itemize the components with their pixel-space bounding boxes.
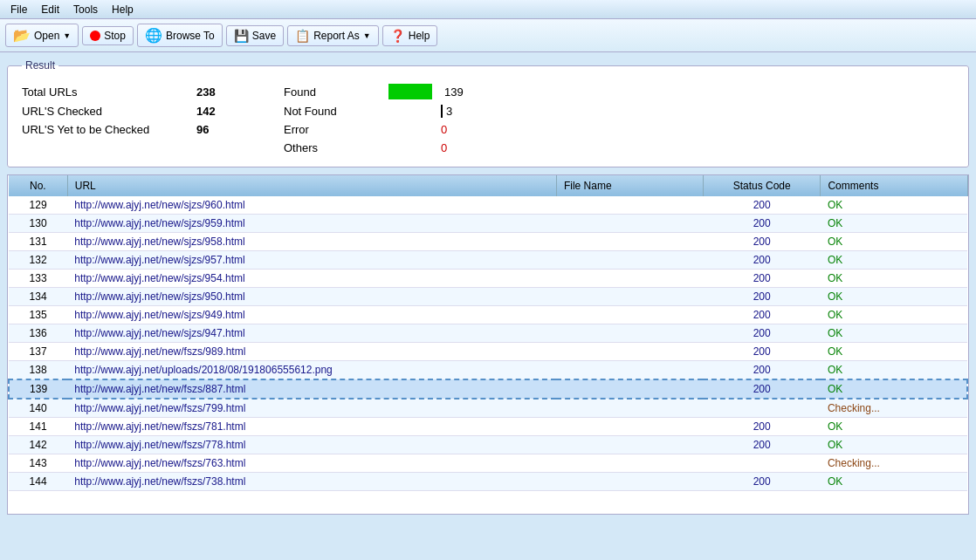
cell-filename — [556, 215, 703, 233]
cell-url[interactable]: http://www.ajyj.net/new/sjzs/947.html — [67, 324, 556, 343]
cell-comment: OK — [821, 196, 967, 215]
others-value: 0 — [441, 141, 546, 154]
table-row[interactable]: 140 http://www.ajyj.net/new/fszs/799.htm… — [9, 399, 967, 418]
cell-comment: Checking... — [821, 454, 967, 473]
col-header-filename: File Name — [556, 175, 703, 196]
cell-filename — [556, 399, 703, 418]
table-header-row: No. URL File Name Status Code Comments — [9, 175, 967, 196]
table-row[interactable]: 144 http://www.ajyj.net/new/fszs/738.htm… — [9, 473, 967, 491]
cell-url[interactable]: http://www.ajyj.net/new/sjzs/957.html — [67, 251, 556, 270]
cell-url[interactable]: http://www.ajyj.net/new/sjzs/949.html — [67, 306, 556, 324]
cell-comment: Checking... — [821, 399, 967, 418]
cell-url[interactable]: http://www.ajyj.net/new/fszs/763.html — [67, 454, 556, 473]
table-row[interactable]: 139 http://www.ajyj.net/new/fszs/887.htm… — [9, 379, 967, 399]
error-label: Error — [284, 123, 388, 136]
not-found-value: 3 — [441, 105, 546, 118]
table-row[interactable]: 141 http://www.ajyj.net/new/fszs/781.htm… — [9, 418, 967, 436]
cell-status: 200 — [703, 196, 820, 215]
table-row[interactable]: 129 http://www.ajyj.net/new/sjzs/960.htm… — [9, 196, 967, 215]
cell-no: 133 — [9, 270, 67, 288]
help-button[interactable]: ❓ Help — [382, 25, 438, 46]
cell-url[interactable]: http://www.ajyj.net/new/fszs/887.html — [67, 379, 556, 399]
cell-no: 131 — [9, 233, 67, 251]
cell-filename — [556, 418, 703, 436]
urls-checked-value: 142 — [196, 105, 284, 118]
result-section: Result Total URLs 238 Found 139 URL'S Ch… — [7, 59, 969, 167]
cell-status: 200 — [703, 379, 820, 399]
cell-url[interactable]: http://www.ajyj.net/new/sjzs/960.html — [67, 196, 556, 215]
cell-url[interactable]: http://www.ajyj.net/new/fszs/738.html — [67, 473, 556, 491]
save-button[interactable]: 💾 Save — [226, 25, 284, 46]
cell-url[interactable]: http://www.ajyj.net/new/fszs/781.html — [67, 418, 556, 436]
cell-status: 200 — [703, 343, 820, 361]
menu-help[interactable]: Help — [105, 2, 141, 17]
cell-filename — [556, 233, 703, 251]
table-row[interactable]: 134 http://www.ajyj.net/new/sjzs/950.htm… — [9, 288, 967, 306]
cell-comment: OK — [821, 473, 967, 491]
table-row[interactable]: 131 http://www.ajyj.net/new/sjzs/958.htm… — [9, 233, 967, 251]
menu-tools[interactable]: Tools — [66, 2, 105, 17]
cell-no: 142 — [9, 436, 67, 454]
cell-url[interactable]: http://www.ajyj.net/new/sjzs/958.html — [67, 233, 556, 251]
table-row[interactable]: 143 http://www.ajyj.net/new/fszs/763.htm… — [9, 454, 967, 473]
cell-url[interactable]: http://www.ajyj.net/new/sjzs/954.html — [67, 270, 556, 288]
found-count: 139 — [444, 85, 546, 99]
cell-filename — [556, 306, 703, 324]
cell-no: 129 — [9, 196, 67, 215]
found-label: Found — [284, 85, 388, 99]
total-urls-value: 238 — [196, 85, 284, 99]
cell-filename — [556, 196, 703, 215]
cell-no: 140 — [9, 399, 67, 418]
cell-status: 200 — [703, 306, 820, 324]
open-dropdown-icon: ▼ — [63, 31, 71, 40]
others-label: Others — [284, 141, 388, 154]
cell-url[interactable]: http://www.ajyj.net/new/sjzs/950.html — [67, 288, 556, 306]
table-row[interactable]: 138 http://www.ajyj.net/uploads/2018/08/… — [9, 361, 967, 380]
menu-edit[interactable]: Edit — [34, 2, 66, 17]
open-icon: 📂 — [13, 27, 31, 44]
url-table-container[interactable]: No. URL File Name Status Code Comments 1… — [7, 174, 969, 515]
cell-url[interactable]: http://www.ajyj.net/uploads/2018/08/1918… — [67, 361, 556, 380]
col-header-url: URL — [67, 175, 556, 196]
col-header-comments: Comments — [821, 175, 967, 196]
cell-status: 200 — [703, 361, 820, 380]
cell-comment: OK — [821, 324, 967, 343]
stop-button[interactable]: Stop — [82, 26, 134, 45]
table-row[interactable]: 133 http://www.ajyj.net/new/sjzs/954.htm… — [9, 270, 967, 288]
cell-filename — [556, 288, 703, 306]
stats-grid: Total URLs 238 Found 139 URL'S Checked 1… — [22, 80, 954, 158]
col-header-status: Status Code — [703, 175, 820, 196]
table-row[interactable]: 137 http://www.ajyj.net/new/fszs/989.htm… — [9, 343, 967, 361]
table-row[interactable]: 142 http://www.ajyj.net/new/fszs/778.htm… — [9, 436, 967, 454]
cell-filename — [556, 473, 703, 491]
cell-comment: OK — [821, 418, 967, 436]
result-legend-label: Result — [22, 59, 58, 72]
open-button[interactable]: 📂 Open ▼ — [5, 24, 79, 47]
cell-comment: OK — [821, 215, 967, 233]
cell-url[interactable]: http://www.ajyj.net/new/fszs/778.html — [67, 436, 556, 454]
cell-filename — [556, 436, 703, 454]
table-row[interactable]: 135 http://www.ajyj.net/new/sjzs/949.htm… — [9, 306, 967, 324]
cell-comment: OK — [821, 361, 967, 380]
cell-url[interactable]: http://www.ajyj.net/new/sjzs/959.html — [67, 215, 556, 233]
cell-filename — [556, 251, 703, 270]
found-indicator — [388, 84, 441, 99]
browse-to-button[interactable]: 🌐 Browse To — [137, 24, 223, 47]
menu-file[interactable]: File — [3, 2, 34, 17]
help-icon: ❓ — [390, 29, 405, 43]
save-icon: 💾 — [234, 29, 249, 43]
cell-url[interactable]: http://www.ajyj.net/new/fszs/799.html — [67, 399, 556, 418]
table-row[interactable]: 136 http://www.ajyj.net/new/sjzs/947.htm… — [9, 324, 967, 343]
table-row[interactable]: 130 http://www.ajyj.net/new/sjzs/959.htm… — [9, 215, 967, 233]
url-table: No. URL File Name Status Code Comments 1… — [8, 175, 968, 491]
cell-status: 200 — [703, 418, 820, 436]
report-icon: 📋 — [295, 29, 310, 43]
table-row[interactable]: 132 http://www.ajyj.net/new/sjzs/957.htm… — [9, 251, 967, 270]
cell-url[interactable]: http://www.ajyj.net/new/fszs/989.html — [67, 343, 556, 361]
report-as-button[interactable]: 📋 Report As ▼ — [287, 25, 379, 46]
cell-status: 200 — [703, 436, 820, 454]
cell-status: 200 — [703, 233, 820, 251]
cell-no: 136 — [9, 324, 67, 343]
col-header-no: No. — [9, 175, 67, 196]
stop-icon — [90, 31, 100, 41]
